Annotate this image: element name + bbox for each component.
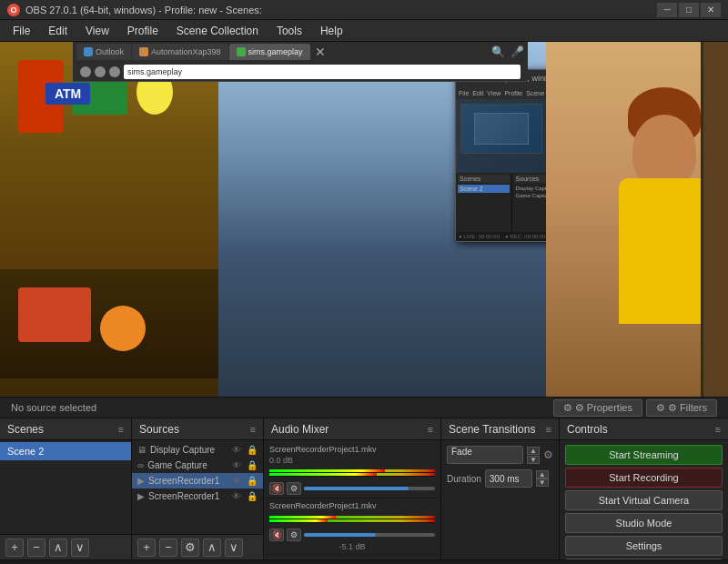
audio-track1-meter-row [269,466,435,480]
nav-back-icon[interactable] [80,66,91,77]
preview-scene: ATM OBS 27.0.1 (64-bit, windows) - Profi… [0,42,728,397]
scenes-remove-button[interactable]: − [27,539,46,557]
prop-filter-buttons[interactable]: ⚙ ⚙ Properties ⚙ ⚙ Filters [553,399,717,417]
scenes-up-button[interactable]: ∧ [49,539,67,557]
source-item-game[interactable]: ∞ Game Capture 👁 🔒 [132,458,263,473]
menubar-item-scene-collection[interactable]: Scene Collection [167,23,268,39]
sources-menu-icon[interactable]: ≡ [250,424,256,435]
audio-track2-config-button[interactable]: ⚙ [287,529,301,541]
audio-track1-meter [269,469,435,477]
sources-up-button[interactable]: ∧ [203,539,221,557]
source-item-recorder1[interactable]: ▶ ScreenRecorder1 👁 🔒 [132,473,263,488]
inner-preview-thumb [460,104,542,154]
transition-type-select[interactable]: Fade [447,446,523,464]
recorder1-icon: ▶ [137,476,145,486]
titlebar-left: O OBS 27.0.1 (64-bit, windows) - Profile… [7,4,262,16]
menubar-item-view[interactable]: View [76,23,118,39]
sources-add-button[interactable]: + [137,539,156,557]
sources-title: Sources [139,423,179,436]
menubar: FileEditViewProfileScene CollectionTools… [0,20,728,42]
exit-button[interactable]: Exit [565,559,723,559]
browser-tab-bar[interactable]: Outlook AutomationXap398 sims.gameplay ✕… [73,42,528,62]
transition-gear-icon[interactable]: ⚙ [543,448,553,461]
start-streaming-button[interactable]: Start Streaming [565,445,723,465]
duration-down-arrow[interactable]: ▼ [536,478,549,487]
obs-icon: O [7,4,20,16]
audio-track2-mute-button[interactable]: 🔇 [269,529,284,541]
scenes-add-button[interactable]: + [5,539,24,557]
search-icon[interactable]: 🔍 [491,45,505,58]
menubar-item-help[interactable]: Help [311,23,352,39]
audio-track1-slider-fill [304,487,409,490]
sources-down-button[interactable]: ∨ [225,539,243,557]
sources-panel: Sources ≡ 🖥 Display Capture 👁 🔒 ∞ Game C… [132,418,264,559]
scene-item-2[interactable]: Scene 2 [0,442,131,460]
audio-menu-icon[interactable]: ≡ [428,424,433,435]
inner-profile: Profile [504,90,522,96]
audio-track2-meter [269,516,435,523]
menubar-item-edit[interactable]: Edit [39,23,76,39]
source-game-eye[interactable]: 👁 [232,460,243,470]
audio-track1-mute-button[interactable]: 🔇 [269,482,284,495]
nav-forward-icon[interactable] [95,66,106,77]
source-display-lock[interactable]: 🔒 [247,445,258,455]
audio-track2-meter-row [269,512,435,527]
character-body [601,124,710,397]
source-recorder2-label: ScreenRecorder1 [148,491,228,501]
audio-track1-slider[interactable] [304,487,435,490]
properties-button[interactable]: ⚙ ⚙ Properties [553,399,642,417]
sources-settings-button[interactable]: ⚙ [181,539,199,557]
maximize-button[interactable]: □ [679,3,699,17]
source-rec1-lock[interactable]: 🔒 [247,476,258,486]
window-controls[interactable]: ─ □ ✕ [657,3,721,17]
properties-label: ⚙ Properties [575,402,632,414]
audio-track2-slider[interactable] [304,533,435,537]
filters-label: ⚙ Filters [668,402,707,414]
controls-menu-icon[interactable]: ≡ [715,424,721,435]
transition-up-arrow[interactable]: ▲ [527,447,540,455]
audio-track2-slider-fill [304,533,376,537]
duration-input[interactable]: 300 ms [485,469,532,488]
inner-rec: ● REC: 00:00:00 [505,234,546,239]
menubar-item-profile[interactable]: Profile [118,23,167,39]
browser-tab-outlook[interactable]: Outlook [76,44,131,60]
shelf-item-orange-box [18,287,91,342]
source-game-lock[interactable]: 🔒 [247,460,258,470]
address-input[interactable]: sims.gameplay [124,65,521,79]
duration-up-arrow[interactable]: ▲ [536,470,549,478]
audio-track2-controls: 🔇 ⚙ [269,529,435,541]
outlook-favicon [84,47,93,56]
start-virtual-camera-button[interactable]: Start Virtual Camera [565,490,723,510]
browser-tab-sims[interactable]: sims.gameplay [229,44,310,60]
menubar-item-file[interactable]: File [4,23,39,39]
bottom-panels: Scenes ≡ Scene 2 + − ∧ ∨ Sources ≡ 🖥 Dis… [0,418,728,559]
controls-panel: Controls ≡ Start Streaming Start Recordi… [560,418,728,559]
sims-favicon [237,47,246,56]
source-rec1-eye[interactable]: 👁 [232,476,243,486]
audio-track1-meter-bot [269,473,435,476]
transitions-menu-icon[interactable]: ≡ [546,424,551,435]
mic-icon[interactable]: 🎤 [511,45,524,58]
transition-down-arrow[interactable]: ▼ [527,456,540,464]
audio-track1-config-button[interactable]: ⚙ [287,482,301,495]
settings-button[interactable]: Settings [565,536,723,556]
source-rec2-eye[interactable]: 👁 [232,491,243,501]
start-recording-button[interactable]: Start Recording [565,468,723,488]
close-tab-icon[interactable]: ✕ [315,45,326,59]
studio-mode-button[interactable]: Studio Mode [565,513,723,533]
scenes-down-button[interactable]: ∨ [71,539,89,557]
filters-button[interactable]: ⚙ ⚙ Filters [646,399,717,417]
source-item-display[interactable]: 🖥 Display Capture 👁 🔒 [132,442,263,458]
menubar-item-tools[interactable]: Tools [268,23,311,39]
character-head [632,115,696,187]
source-item-recorder2[interactable]: ▶ ScreenRecorder1 👁 🔒 [132,488,263,504]
minimize-button[interactable]: ─ [657,3,677,17]
sources-remove-button[interactable]: − [159,539,177,557]
close-button[interactable]: ✕ [701,3,721,17]
source-rec2-lock[interactable]: 🔒 [247,491,258,501]
browser-tab-automation[interactable]: AutomationXap398 [132,44,228,60]
source-recorder1-label: ScreenRecorder1 [148,476,228,486]
nav-refresh-icon[interactable] [109,66,120,77]
scenes-menu-icon[interactable]: ≡ [118,424,124,435]
source-display-eye[interactable]: 👁 [232,445,243,455]
